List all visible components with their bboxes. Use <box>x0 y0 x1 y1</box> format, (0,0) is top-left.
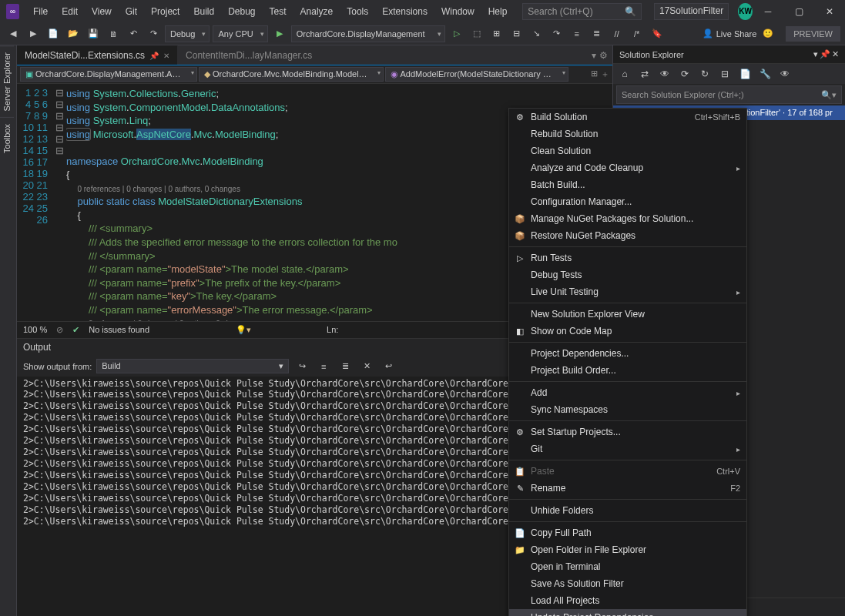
toolbar-icon-2[interactable]: ⊞ <box>488 25 505 42</box>
menu-build[interactable]: Build <box>187 3 220 20</box>
ctx-set-startup-projects-[interactable]: ⚙Set Startup Projects... <box>509 424 746 440</box>
output-wrap-icon[interactable]: ↩ <box>380 358 397 375</box>
sol-sync-icon[interactable]: ⟳ <box>676 65 693 82</box>
restore-button[interactable]: ▢ <box>783 0 814 22</box>
server-explorer-tab[interactable]: Server Explorer <box>0 45 14 117</box>
output-goto-icon[interactable]: ↪ <box>293 358 310 375</box>
search-input[interactable]: Search (Ctrl+Q) 🔍 <box>522 3 642 20</box>
ctx-unhide-folders[interactable]: Unhide Folders <box>509 502 746 519</box>
comment-icon[interactable]: // <box>609 25 625 42</box>
configuration-dropdown[interactable]: Debug <box>165 25 210 42</box>
menu-analyze[interactable]: Analyze <box>294 3 340 20</box>
toolbar-icon-3[interactable]: ⊟ <box>508 25 525 42</box>
ctx-configuration-manager-[interactable]: Configuration Manager... <box>509 193 746 210</box>
ctx-rename[interactable]: ✎RenameF2 <box>509 480 746 497</box>
tab-active[interactable]: ModelStateDi...Extensions.cs 📌 ✕ <box>17 45 178 65</box>
sol-refresh-icon[interactable]: ↻ <box>696 65 713 82</box>
sol-home-icon[interactable]: ⌂ <box>616 65 633 82</box>
sol-preview-icon[interactable]: 👁 <box>776 65 793 82</box>
ctx-build-solution[interactable]: ⚙Build SolutionCtrl+Shift+B <box>509 109 746 126</box>
back-icon[interactable]: ◀ <box>5 25 22 42</box>
menu-extensions[interactable]: Extensions <box>376 3 434 20</box>
save-icon[interactable]: 💾 <box>85 25 102 42</box>
ctx-git[interactable]: Git▸ <box>509 440 746 457</box>
feedback-icon[interactable]: 🙂 <box>759 25 776 42</box>
start-target-dropdown[interactable]: OrchardCore.DisplayManagement <box>291 25 445 42</box>
ctx-sync-namespaces[interactable]: Sync Namespaces <box>509 401 746 418</box>
issues-label[interactable]: No issues found <box>89 325 149 334</box>
uncomment-icon[interactable]: /* <box>629 25 645 42</box>
sol-showall-icon[interactable]: 📄 <box>736 65 753 82</box>
folding-column[interactable]: ⊟ ⊟ ⊟ ⊟ ⊟ ⊟ <box>55 84 66 321</box>
sol-properties-icon[interactable]: 🔧 <box>756 65 773 82</box>
ctx-manage-nuget-packages-for-solution-[interactable]: 📦Manage NuGet Packages for Solution... <box>509 210 746 227</box>
ctx-copy-full-path[interactable]: 📄Copy Full Path <box>509 524 746 541</box>
user-avatar[interactable]: KW <box>738 3 753 20</box>
step-over-icon[interactable]: ↷ <box>548 25 565 42</box>
sol-switch-views-icon[interactable]: ⇄ <box>636 65 653 82</box>
platform-dropdown[interactable]: Any CPU <box>213 25 267 42</box>
ctx-restore-nuget-packages[interactable]: 📦Restore NuGet Packages <box>509 227 746 244</box>
output-next-icon[interactable]: ≣ <box>337 358 354 375</box>
indent-icon[interactable]: ≣ <box>588 25 605 42</box>
outdent-icon[interactable]: ≡ <box>568 25 585 42</box>
close-button[interactable]: ✕ <box>814 0 845 22</box>
ctx-analyze-and-code-cleanup[interactable]: Analyze and Code Cleanup▸ <box>509 159 746 176</box>
breadcrumb-namespace[interactable]: ◆ OrchardCore.Mvc.ModelBinding.ModelStat… <box>199 67 384 82</box>
save-all-icon[interactable]: 🗎 <box>105 25 122 42</box>
sol-collapse-icon[interactable]: ⊟ <box>716 65 733 82</box>
lightbulb-icon[interactable]: 💡▾ <box>236 325 251 335</box>
ctx-save-as-solution-filter[interactable]: Save As Solution Filter <box>509 575 746 592</box>
ctx-update-project-dependencies[interactable]: Update Project Dependencies <box>509 609 746 616</box>
ctx-live-unit-testing[interactable]: Live Unit Testing▸ <box>509 283 746 300</box>
new-project-icon[interactable]: 📄 <box>45 25 62 42</box>
tab-inactive[interactable]: ContentItemDi...layManager.cs <box>178 45 320 65</box>
sol-pin-icon[interactable]: 📌 <box>820 49 830 59</box>
step-into-icon[interactable]: ↘ <box>528 25 545 42</box>
sol-pending-icon[interactable]: 👁 <box>656 65 673 82</box>
output-source-dropdown[interactable]: Build▾ <box>96 359 289 373</box>
ctx-rebuild-solution[interactable]: Rebuild Solution <box>509 126 746 142</box>
tab-settings-icon[interactable]: ⚙ <box>599 50 608 61</box>
forward-icon[interactable]: ▶ <box>25 25 42 42</box>
menu-debug[interactable]: Debug <box>222 3 261 20</box>
liveshare-button[interactable]: 👤 Live Share <box>702 28 757 38</box>
redo-icon[interactable]: ↷ <box>145 25 162 42</box>
ctx-load-all-projects[interactable]: Load All Projects <box>509 592 746 609</box>
ctx-batch-build-[interactable]: Batch Build... <box>509 176 746 193</box>
menu-window[interactable]: Window <box>435 3 481 20</box>
zoom-level[interactable]: 100 % <box>23 325 47 334</box>
breadcrumb-project[interactable]: ▣ OrchardCore.DisplayManagement.Abstract… <box>20 67 197 82</box>
ctx-new-solution-explorer-view[interactable]: New Solution Explorer View <box>509 306 746 323</box>
menu-help[interactable]: Help <box>482 3 514 20</box>
menu-file[interactable]: File <box>27 3 54 20</box>
tab-overflow-icon[interactable]: ▾ <box>592 50 596 61</box>
minimize-button[interactable]: ─ <box>753 0 783 22</box>
ctx-show-on-code-map[interactable]: ◧Show on Code Map <box>509 323 746 340</box>
ctx-open-folder-in-file-explorer[interactable]: 📁Open Folder in File Explorer <box>509 541 746 558</box>
pin-icon[interactable]: 📌 <box>149 52 159 60</box>
start-without-debug-icon[interactable]: ▷ <box>448 25 465 42</box>
codelens-1[interactable]: 0 references | 0 changes | 0 authors, 0 … <box>77 185 240 193</box>
start-debug-icon[interactable]: ▶ <box>271 25 288 42</box>
menu-project[interactable]: Project <box>145 3 186 20</box>
ctx-run-tests[interactable]: ▷Run Tests <box>509 249 746 266</box>
ctx-project-dependencies-[interactable]: Project Dependencies... <box>509 345 746 362</box>
toolbox-tab[interactable]: Toolbox <box>0 117 14 159</box>
ctx-clean-solution[interactable]: Clean Solution <box>509 142 746 159</box>
undo-icon[interactable]: ↶ <box>125 25 142 42</box>
menu-tools[interactable]: Tools <box>340 3 374 20</box>
ctx-project-build-order-[interactable]: Project Build Order... <box>509 362 746 379</box>
ctx-add[interactable]: Add▸ <box>509 384 746 401</box>
menu-test[interactable]: Test <box>263 3 293 20</box>
toolbar-icon-1[interactable]: ⬚ <box>468 25 485 42</box>
menu-view[interactable]: View <box>86 3 118 20</box>
close-tab-icon[interactable]: ✕ <box>163 52 169 60</box>
open-icon[interactable]: 📂 <box>65 25 82 42</box>
output-clear-icon[interactable]: ✕ <box>358 358 375 375</box>
solution-search-input[interactable]: Search Solution Explorer (Ctrl+;) 🔍▾ <box>616 85 842 104</box>
codelens-2[interactable]: 2 references | 0 changes | 0 authors, 0 … <box>89 320 251 320</box>
split-editor-icon[interactable]: ⊞ <box>591 69 598 80</box>
bookmark-icon[interactable]: 🔖 <box>649 25 666 42</box>
sol-close-icon[interactable]: ✕ <box>832 49 839 59</box>
